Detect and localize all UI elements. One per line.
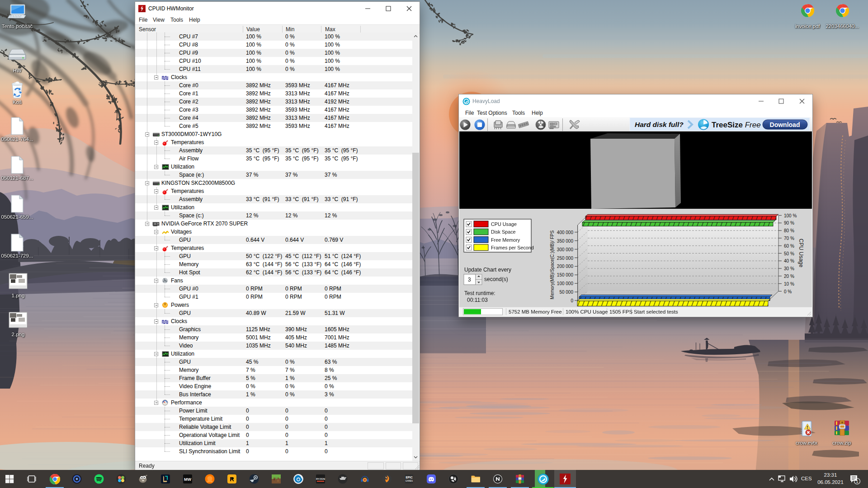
svg-text:400 000: 400 000: [557, 230, 574, 235]
svg-text:30 %: 30 %: [784, 266, 794, 271]
svg-text:5752 MB Memory Free: 5752 MB Memory Free: [509, 309, 562, 314]
svg-text:TreeSize Free: TreeSize Free: [712, 121, 761, 129]
svg-text:Test runtime:: Test runtime:: [464, 290, 495, 296]
svg-text:00:11:03: 00:11:03: [467, 297, 488, 303]
svg-text:0 %: 0 %: [784, 289, 792, 294]
svg-text:150 000: 150 000: [557, 272, 574, 277]
svg-text:0: 0: [571, 298, 573, 303]
svg-text:350 000: 350 000: [557, 239, 574, 244]
svg-text:60 %: 60 %: [784, 244, 794, 249]
svg-text:90 %: 90 %: [784, 221, 794, 225]
svg-text:EPIC: EPIC: [406, 476, 412, 479]
svg-text:CPU Usage: CPU Usage: [798, 239, 804, 267]
svg-text:100 000: 100 000: [557, 281, 574, 286]
svg-text:Start selected tests: Start selected tests: [634, 309, 678, 314]
svg-text:100 %: 100 %: [784, 213, 797, 218]
svg-text:Update Chart every: Update Chart every: [464, 267, 511, 273]
svg-text:20 %: 20 %: [784, 274, 794, 279]
svg-text:1: 1: [856, 479, 858, 484]
svg-text:1505 FPS: 1505 FPS: [609, 309, 632, 314]
svg-text:100% CPU Usage: 100% CPU Usage: [566, 309, 608, 314]
svg-text:Free Memory: Free Memory: [491, 237, 520, 243]
svg-text:50 000: 50 000: [559, 290, 573, 295]
svg-text:RYZEN: RYZEN: [316, 478, 325, 480]
svg-text:80 %: 80 %: [784, 228, 794, 233]
svg-text:Frames per Second: Frames per Second: [491, 245, 534, 250]
svg-text:Memory(MB)/Space(C:)(MB)/ FPS: Memory(MB)/Space(C:)(MB)/ FPS: [550, 230, 555, 300]
svg-text:Hard disk full?: Hard disk full?: [635, 121, 684, 128]
svg-text:40 %: 40 %: [784, 258, 794, 263]
svg-text:MW: MW: [184, 477, 191, 482]
svg-text:CPU Usage: CPU Usage: [491, 221, 517, 227]
svg-text:Download: Download: [770, 121, 800, 128]
svg-text:second(s): second(s): [484, 276, 508, 282]
svg-text:70 %: 70 %: [784, 236, 794, 241]
svg-text:10 %: 10 %: [784, 282, 794, 286]
svg-text:3: 3: [468, 277, 471, 283]
svg-text:250 000: 250 000: [557, 256, 574, 261]
svg-text:50 %: 50 %: [784, 251, 794, 256]
svg-text:200 000: 200 000: [557, 264, 574, 269]
svg-text:300 000: 300 000: [557, 247, 574, 252]
svg-text:Disk Space: Disk Space: [491, 229, 516, 235]
svg-text:GAMES: GAMES: [406, 480, 413, 482]
